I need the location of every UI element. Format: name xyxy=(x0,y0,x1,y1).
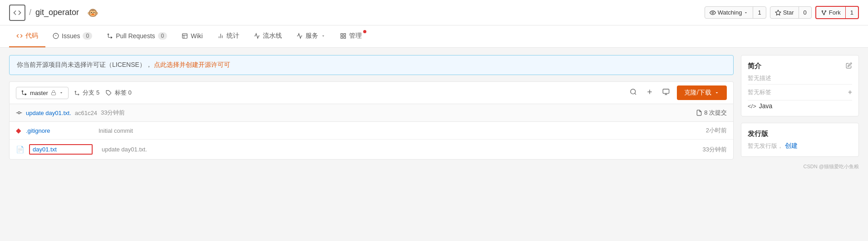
fork-label[interactable]: Fork xyxy=(816,7,846,18)
tab-services[interactable]: 服务 xyxy=(289,25,333,47)
commit-hash: ac61c24 xyxy=(75,110,97,116)
divider xyxy=(748,84,852,85)
tab-wiki[interactable]: Wiki xyxy=(174,25,210,47)
header: / git_operator 🐵 Watching 1 Star 0 Fork xyxy=(0,0,868,25)
license-notice: 你当前开源项目尚未选择许可证（LICENSE）， 点此选择并创建开源许可可 xyxy=(9,55,734,75)
svg-point-4 xyxy=(824,14,824,15)
star-count[interactable]: 0 xyxy=(799,7,811,18)
code-icon xyxy=(9,5,25,21)
file-commit-msg2: update day01.txt. xyxy=(93,146,703,153)
code-lang-icon: </> xyxy=(748,103,756,110)
branch-icon xyxy=(21,90,27,96)
divider2 xyxy=(748,100,852,100)
admin-dot xyxy=(363,30,366,33)
tab-pullrequests[interactable]: Pull Requests 0 xyxy=(99,25,174,47)
nav-tabs: 代码 Issues 0 Pull Requests 0 Wiki 统计 流水线 … xyxy=(0,25,868,48)
intro-section: 简介 暂无描述 暂无标签 + </> Java xyxy=(741,55,859,116)
branch-name: master xyxy=(30,90,48,96)
issues-badge: 0 xyxy=(83,32,92,40)
commit-message[interactable]: update day01.txt. xyxy=(26,110,71,116)
svg-rect-19 xyxy=(344,36,345,38)
gitignore-icon: ◆ xyxy=(16,126,21,135)
tab-code[interactable]: 代码 xyxy=(9,25,45,47)
branch-lock-icon xyxy=(51,90,56,95)
branch-selector[interactable]: master xyxy=(16,87,69,99)
fork-button[interactable]: Fork 1 xyxy=(815,6,859,19)
fork-count[interactable]: 1 xyxy=(846,7,858,18)
tab-admin[interactable]: 管理 xyxy=(333,25,369,47)
no-tags: 暂无标签 xyxy=(748,88,771,96)
star-button[interactable]: Star 0 xyxy=(770,6,812,19)
file-name-day01[interactable]: day01.txt xyxy=(29,144,93,155)
no-description: 暂无描述 xyxy=(748,74,852,82)
web-ide-button[interactable] xyxy=(661,86,671,99)
svg-rect-17 xyxy=(340,34,342,35)
license-link[interactable]: 点此选择并创建开源许可可 xyxy=(154,61,230,68)
clone-chevron-icon xyxy=(714,90,720,95)
svg-point-27 xyxy=(631,89,636,94)
add-tag-button[interactable]: + xyxy=(848,88,852,96)
language-row: </> Java xyxy=(748,102,852,110)
create-release-link[interactable]: 创建 xyxy=(785,142,798,149)
file-time2: 33分钟前 xyxy=(703,146,727,154)
commit-row: update day01.txt. ac61c24 33分钟前 8 次提交 xyxy=(10,104,733,122)
svg-point-9 xyxy=(108,34,108,35)
svg-point-2 xyxy=(822,10,823,11)
toolbar-actions: 克隆/下载 xyxy=(628,85,727,100)
svg-point-21 xyxy=(22,90,23,91)
svg-point-24 xyxy=(75,91,76,92)
svg-marker-1 xyxy=(775,10,781,15)
commit-time: 33分钟前 xyxy=(101,109,125,117)
svg-rect-11 xyxy=(182,34,187,39)
watching-button[interactable]: Watching 1 xyxy=(705,6,766,19)
file-commit-msg: Initial commit xyxy=(89,127,706,134)
main-layout: 你当前开源项目尚未选择许可证（LICENSE）， 点此选择并创建开源许可可 ma… xyxy=(0,48,868,177)
tag-icon xyxy=(106,90,112,96)
repo-avatar: 🐵 xyxy=(87,7,99,18)
release-section: 发行版 暂无发行版， 创建 xyxy=(741,123,859,157)
tag-count: 标签 0 xyxy=(106,89,131,97)
svg-rect-31 xyxy=(663,89,669,93)
release-empty: 暂无发行版， xyxy=(748,142,783,149)
svg-rect-18 xyxy=(344,34,345,35)
search-button[interactable] xyxy=(628,86,639,99)
branches-icon xyxy=(74,90,80,96)
edit-intro-button[interactable] xyxy=(846,62,852,70)
main-content: 你当前开源项目尚未选择许可证（LICENSE）， 点此选择并创建开源许可可 ma… xyxy=(9,55,734,170)
repo-path: / git_operator xyxy=(29,8,79,17)
watching-label[interactable]: Watching xyxy=(705,7,754,18)
svg-point-3 xyxy=(825,10,826,11)
table-row: 📄 day01.txt update day01.txt. 33分钟前 xyxy=(10,140,733,159)
header-actions: Watching 1 Star 0 Fork 1 xyxy=(705,6,859,19)
txt-icon: 📄 xyxy=(16,146,25,154)
repo-name[interactable]: git_operator xyxy=(35,8,79,17)
repo-meta: 分支 5 标签 0 xyxy=(74,89,132,97)
watching-count[interactable]: 1 xyxy=(753,7,765,18)
intro-title: 简介 xyxy=(748,62,852,70)
language-label: Java xyxy=(759,102,773,110)
svg-rect-20 xyxy=(340,36,342,38)
commit-stat: 8 次提交 xyxy=(696,109,727,117)
tab-issues[interactable]: Issues 0 xyxy=(45,25,99,47)
file-time: 2小时前 xyxy=(706,126,727,135)
file-name-gitignore[interactable]: .gitignore xyxy=(26,127,89,134)
table-row: ◆ .gitignore Initial commit 2小时前 xyxy=(10,122,733,140)
clone-download-button[interactable]: 克隆/下载 xyxy=(677,85,727,100)
star-label[interactable]: Star xyxy=(770,7,799,18)
watermark: CSDN @猫猫爱吃小鱼粮 xyxy=(741,163,859,170)
svg-point-0 xyxy=(712,12,714,14)
sidebar: 简介 暂无描述 暂无标签 + </> Java 发行版 暂无发行版， 创建 CS… xyxy=(741,55,859,170)
tab-pipeline[interactable]: 流水线 xyxy=(247,25,289,47)
release-title: 发行版 xyxy=(748,130,852,138)
svg-point-25 xyxy=(78,94,79,95)
commit-icon xyxy=(16,110,22,116)
svg-point-34 xyxy=(18,112,20,114)
path-slash: / xyxy=(29,8,31,17)
tab-stats[interactable]: 统计 xyxy=(210,25,247,47)
chevron-down-icon xyxy=(321,34,326,38)
add-file-button[interactable] xyxy=(644,86,655,99)
svg-line-28 xyxy=(635,93,636,95)
repo-toolbar: master 分支 5 标签 0 xyxy=(9,81,734,104)
branch-chevron-icon xyxy=(59,90,64,95)
commit-count-icon xyxy=(696,110,702,116)
